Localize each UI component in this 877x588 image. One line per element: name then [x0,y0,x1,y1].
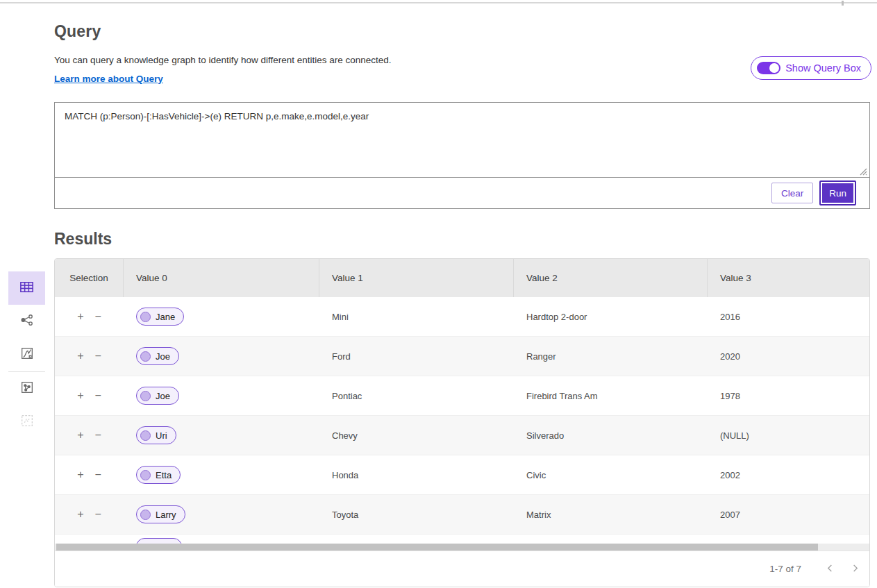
value1-cell: Ford [319,337,514,376]
value0-cell: Jane [124,297,319,336]
table-header-row: Selection Value 0 Value 1 Value 2 Value … [55,259,869,297]
table-footer: 1-7 of 7 [55,551,869,587]
value1-cell: Honda [319,455,514,494]
remove-from-selection-button[interactable]: − [95,430,101,441]
value3-cell: 2007 [708,495,869,534]
chevron-left-icon [826,564,834,574]
entity-pill[interactable]: Jane [136,308,184,326]
selection-cell: + − [55,297,124,336]
value1-cell: Chevy [319,416,514,455]
remove-from-selection-button[interactable]: − [95,469,101,480]
add-to-selection-button[interactable]: + [77,469,83,480]
show-query-box-toggle[interactable]: Show Query Box [751,56,871,80]
resize-grip-icon[interactable] [858,166,867,178]
horizontal-scrollbar[interactable] [55,544,869,551]
add-to-selection-button[interactable]: + [77,509,83,520]
top-divider [0,2,877,3]
entity-node-icon [140,510,151,520]
remove-from-selection-button[interactable]: − [95,509,101,520]
value0-cell: Larry [124,495,319,534]
pagination-prev-button[interactable] [819,559,840,580]
column-header-selection: Selection [55,259,124,297]
value2-cell: Silverado [514,416,708,455]
entity-name: Uri [156,430,167,441]
remove-from-selection-button[interactable]: − [95,311,101,322]
value0-cell: Joe [124,337,319,376]
toggle-knob [769,63,779,73]
entity-name: Jane [156,312,175,322]
selection-cell: + − [55,455,124,494]
sidebar-item-table-view[interactable] [8,271,45,305]
results-table-card: Selection Value 0 Value 1 Value 2 Value … [54,258,870,587]
horizontal-scrollbar-thumb[interactable] [56,544,818,551]
selection-cell: + − [55,376,124,415]
view-switcher-sidebar [8,271,45,439]
entity-name: Joe [156,351,170,362]
page-description: You can query a knowledge graph to ident… [54,55,870,65]
selection-cell: + − [55,337,124,376]
sidebar-item-network-view[interactable] [8,305,45,338]
table-row: + − Joe Pontiac Firebird Trans Am 1978 [55,376,869,416]
entity-pill[interactable]: Larry [136,505,185,523]
entity-node-icon [140,351,151,362]
results-title: Results [54,230,870,249]
clear-button[interactable]: Clear [771,183,813,203]
entity-name: Etta [156,470,172,480]
page-title: Query [54,22,870,41]
value1-cell: Toyota [319,495,514,534]
selection-cell: + − [55,416,124,455]
column-header-value0: Value 0 [124,259,319,297]
table-row: + − Larry Toyota Matrix 2007 [55,495,869,535]
pagination-next-button[interactable] [844,559,865,580]
sidebar-item-selection-view[interactable] [8,405,45,439]
top-scroll-tick [842,1,844,6]
run-button[interactable]: Run [819,180,856,205]
table-row: + − Etta Honda Civic 2002 [55,455,869,495]
query-actions: Clear Run [55,178,869,208]
value0-cell: Joe [124,376,319,415]
value1-cell: Mini [319,297,514,336]
value0-cell: Etta [124,455,319,494]
learn-more-link[interactable]: Learn more about Query [54,74,163,84]
entity-pill[interactable]: Joe [136,347,179,365]
remove-from-selection-button[interactable]: − [95,390,101,401]
toggle-switch-icon[interactable] [757,62,780,74]
value2-cell: Civic [514,455,708,494]
table-row: + − Uri Chevy Silverado (NULL) [55,416,869,455]
selection-cell [55,535,124,544]
selection-cell: + − [55,495,124,534]
entity-pill[interactable]: Uri [136,426,176,444]
entity-node-icon [140,470,151,480]
table-icon [19,279,35,298]
sidebar-item-graph-view[interactable] [8,372,45,405]
table-row: + − Jane Mini Hardtop 2-door 2016 [55,297,869,337]
value2-cell: Firebird Trans Am [514,376,708,415]
add-to-selection-button[interactable]: + [77,311,83,322]
entity-pill[interactable] [136,538,182,544]
entity-pill[interactable]: Etta [136,466,181,484]
query-box: MATCH (p:Person)-[:HasVehicle]->(e) RETU… [54,102,870,209]
table-row: + − Joe Ford Ranger 2020 [55,337,869,376]
sidebar-item-chart-view[interactable] [8,338,45,371]
line-chart-icon [19,346,35,364]
column-header-value2: Value 2 [514,259,708,297]
entity-name: Larry [156,510,176,520]
remove-from-selection-button[interactable]: − [95,351,101,362]
add-to-selection-button[interactable]: + [77,430,83,441]
column-header-value3: Value 3 [708,259,869,297]
entity-node-icon [140,391,151,401]
graph-box-icon [19,380,35,398]
entity-pill[interactable]: Joe [136,387,179,405]
add-to-selection-button[interactable]: + [77,390,83,401]
content-area: Query You can query a knowledge graph to… [54,22,870,587]
value3-cell: 2016 [708,297,869,336]
entity-name: Joe [156,391,170,401]
value0-cell: Uri [124,416,319,455]
query-textarea[interactable]: MATCH (p:Person)-[:HasVehicle]->(e) RETU… [55,103,869,178]
column-header-value1: Value 1 [319,259,514,297]
dashed-box-icon [19,413,35,431]
value3-cell: (NULL) [708,416,869,455]
add-to-selection-button[interactable]: + [77,351,83,362]
chevron-right-icon [851,564,859,574]
value3-cell: 1978 [708,376,869,415]
